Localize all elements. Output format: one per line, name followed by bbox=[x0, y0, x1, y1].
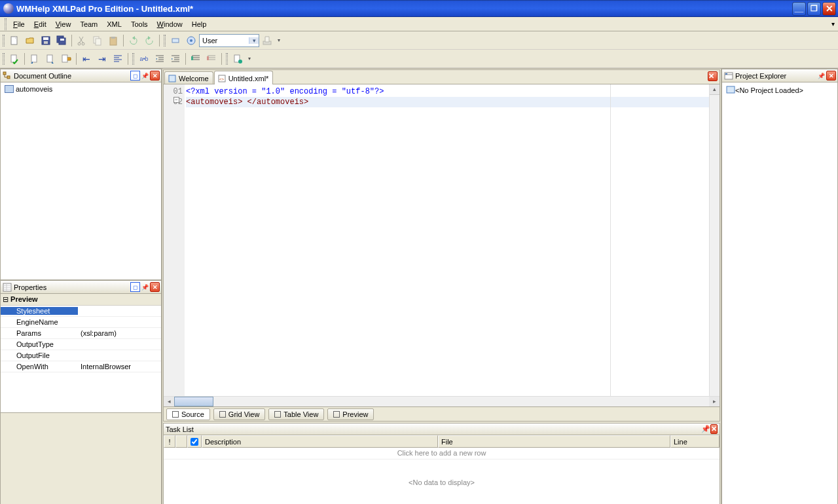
done-checkbox[interactable] bbox=[191, 438, 198, 446]
property-row-openwith[interactable]: OpenWithInternalBrowser bbox=[1, 361, 161, 372]
pin-icon[interactable]: 📌 bbox=[140, 71, 150, 81]
task-add-row[interactable]: Click here to add a new row bbox=[164, 448, 720, 459]
pin-icon[interactable]: 📌 bbox=[701, 425, 710, 433]
svg-rect-6 bbox=[60, 39, 64, 41]
redo-button[interactable] bbox=[142, 33, 156, 48]
code-editor[interactable]: 01 02 − <?xml version = "1.0" encoding =… bbox=[164, 84, 720, 396]
gripper-icon[interactable] bbox=[5, 18, 7, 30]
close-tab-button[interactable]: ✕ bbox=[708, 71, 718, 81]
task-no-data: <No data to display> bbox=[164, 459, 720, 504]
view-tab-source[interactable]: Source bbox=[166, 408, 210, 420]
check-wellformed-button[interactable] bbox=[7, 52, 22, 66]
col-done[interactable] bbox=[187, 435, 202, 448]
format-button[interactable] bbox=[111, 52, 125, 66]
close-button[interactable]: ✕ bbox=[822, 2, 836, 16]
save-all-button[interactable] bbox=[54, 33, 69, 48]
minimize-button[interactable]: __ bbox=[792, 2, 806, 16]
cut-button[interactable] bbox=[75, 33, 89, 48]
menu-tools[interactable]: Tools bbox=[126, 19, 153, 29]
svg-rect-12 bbox=[111, 37, 115, 39]
new-file-button[interactable] bbox=[7, 33, 22, 48]
property-row-enginename[interactable]: EngineName bbox=[1, 317, 161, 328]
svg-rect-26 bbox=[7, 76, 10, 79]
scroll-left-button[interactable]: ◂ bbox=[164, 397, 174, 406]
view-tab-grid[interactable]: Grid View bbox=[213, 408, 265, 420]
save-button[interactable] bbox=[39, 33, 53, 48]
col-description[interactable]: Description bbox=[202, 435, 438, 448]
properties-section-header[interactable]: Preview bbox=[1, 294, 161, 306]
pin-icon[interactable]: 📌 bbox=[140, 282, 150, 292]
window-position-button[interactable]: ◻ bbox=[130, 282, 140, 292]
tab-untitled[interactable]: <> Untitled.xml* bbox=[214, 71, 274, 84]
explorer-panel-header: Project Explorer 📌 ✕ bbox=[721, 69, 838, 82]
svg-text:<>: <> bbox=[219, 77, 225, 81]
scroll-right-button[interactable]: ▸ bbox=[709, 397, 720, 406]
comment-button[interactable] bbox=[189, 52, 203, 66]
menu-help[interactable]: Help bbox=[187, 19, 211, 29]
task-list-title: Task List bbox=[166, 425, 701, 433]
code-area[interactable]: − <?xml version = "1.0" encoding = "utf-… bbox=[185, 84, 709, 396]
close-panel-button[interactable]: ✕ bbox=[150, 71, 160, 81]
close-panel-button[interactable]: ✕ bbox=[826, 71, 836, 81]
chevron-down-icon[interactable]: ▾ bbox=[246, 52, 253, 66]
restore-button[interactable]: ❐ bbox=[807, 2, 821, 16]
menu-file[interactable]: File bbox=[9, 19, 29, 29]
fold-marker-icon[interactable]: − bbox=[173, 97, 179, 103]
col-file[interactable]: File bbox=[438, 435, 670, 448]
uncomment-button[interactable] bbox=[204, 52, 219, 66]
gripper-icon[interactable] bbox=[3, 53, 5, 65]
assign-schema-button[interactable] bbox=[184, 33, 198, 48]
outdent-button[interactable]: ⇤ bbox=[79, 52, 94, 66]
horizontal-scrollbar[interactable]: ◂ ▸ bbox=[164, 396, 720, 406]
menu-team[interactable]: Team bbox=[75, 19, 102, 29]
schema-type-combo[interactable]: User ▾ bbox=[199, 34, 259, 47]
menu-xml[interactable]: XML bbox=[102, 19, 126, 29]
gripper-icon[interactable] bbox=[226, 53, 228, 65]
view-tab-table[interactable]: Table View bbox=[268, 408, 324, 420]
col-priority[interactable]: ! bbox=[164, 435, 175, 448]
view-tab-preview[interactable]: Preview bbox=[327, 408, 374, 420]
validate-button[interactable] bbox=[260, 33, 274, 48]
col-line[interactable]: Line bbox=[670, 435, 720, 448]
property-row-outputtype[interactable]: OutputType bbox=[1, 339, 161, 350]
tab-welcome[interactable]: Welcome bbox=[164, 71, 213, 84]
chevron-down-icon[interactable]: ▾ bbox=[276, 33, 282, 48]
vertical-scrollbar[interactable]: ▴ bbox=[709, 84, 720, 396]
col-icon[interactable] bbox=[175, 435, 187, 448]
nav-forward-button[interactable] bbox=[43, 52, 58, 66]
text-button[interactable]: a•b bbox=[137, 52, 151, 66]
open-file-button[interactable] bbox=[23, 33, 37, 48]
pin-icon[interactable]: 📌 bbox=[816, 71, 826, 81]
tag-button[interactable] bbox=[168, 33, 183, 48]
window-position-button[interactable]: ◻ bbox=[130, 71, 140, 81]
undo-button[interactable] bbox=[126, 33, 141, 48]
menu-edit[interactable]: Edit bbox=[29, 19, 51, 29]
decrease-indent-button[interactable] bbox=[153, 52, 167, 66]
nav-back-button[interactable] bbox=[27, 52, 42, 66]
menu-window[interactable]: Window bbox=[153, 19, 187, 29]
welcome-icon bbox=[168, 74, 177, 83]
property-row-stylesheet[interactable]: Stylesheet bbox=[1, 306, 161, 317]
gripper-icon[interactable] bbox=[164, 35, 166, 46]
indent-button[interactable]: ⇥ bbox=[95, 52, 109, 66]
menu-view[interactable]: View bbox=[51, 19, 76, 29]
gripper-icon[interactable] bbox=[3, 35, 5, 46]
standard-toolbar: User ▾ ▾ bbox=[0, 31, 838, 50]
scroll-thumb[interactable] bbox=[174, 397, 213, 406]
svg-rect-22 bbox=[207, 56, 209, 60]
project-explorer-icon bbox=[723, 71, 733, 81]
increase-indent-button[interactable] bbox=[168, 52, 183, 66]
preview-view-icon bbox=[333, 411, 340, 418]
close-panel-button[interactable]: ✕ bbox=[710, 424, 718, 434]
copy-button[interactable] bbox=[90, 33, 105, 48]
close-panel-button[interactable]: ✕ bbox=[150, 282, 160, 292]
paste-button[interactable] bbox=[106, 33, 120, 48]
gripper-icon[interactable] bbox=[132, 53, 134, 65]
xslt-button[interactable] bbox=[59, 52, 73, 66]
outline-tree-root[interactable]: automoveis bbox=[3, 84, 159, 94]
dropdown-arrow-icon[interactable]: ▾ bbox=[249, 37, 259, 44]
property-row-params[interactable]: Params(xsl:param) bbox=[1, 328, 161, 339]
bookmark-button[interactable] bbox=[230, 52, 245, 66]
toolbar-overflow-icon[interactable]: ▾ bbox=[831, 20, 835, 27]
property-row-outputfile[interactable]: OutputFile bbox=[1, 350, 161, 361]
